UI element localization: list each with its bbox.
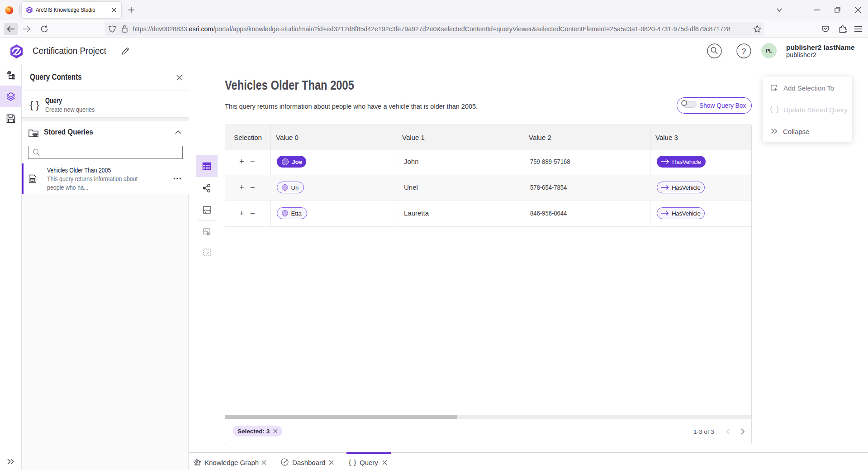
svg-text:?: ?: [742, 47, 746, 56]
